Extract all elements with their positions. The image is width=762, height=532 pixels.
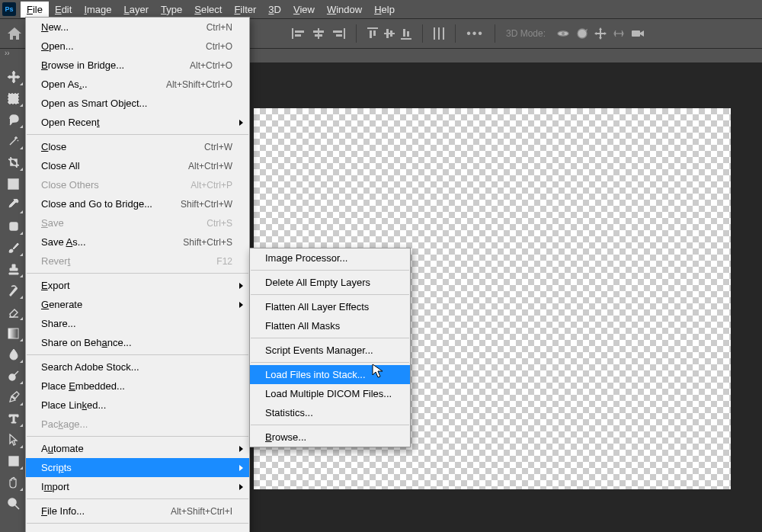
file-close-and-go-to-bridge[interactable]: Close and Go to Bridge...Shift+Ctrl+W xyxy=(26,194,249,213)
path-select-tool[interactable] xyxy=(3,430,24,450)
scripts-delete-all-empty-layers[interactable]: Delete All Empty Layers xyxy=(250,273,410,292)
menu-edit[interactable]: Edit xyxy=(49,2,78,18)
file-share[interactable]: Share... xyxy=(26,314,249,333)
file-open[interactable]: Open...Ctrl+O xyxy=(26,37,249,56)
distribute-icon[interactable] xyxy=(434,27,444,40)
menubar: Ps FileEditImageLayerTypeSelectFilter3DV… xyxy=(0,0,762,18)
scripts-flatten-all-masks[interactable]: Flatten All Masks xyxy=(250,316,410,335)
file-share-on-behance[interactable]: Share on Behance... xyxy=(26,333,249,352)
menu-image[interactable]: Image xyxy=(78,2,117,18)
move-tool[interactable] xyxy=(3,67,24,87)
menu-label: Flatten All Masks xyxy=(265,320,340,332)
separator xyxy=(27,273,248,274)
separator xyxy=(251,270,409,271)
file-export[interactable]: Export xyxy=(26,276,249,295)
align-left-icon[interactable] xyxy=(292,28,306,39)
file-open-recent[interactable]: Open Recent xyxy=(26,113,249,132)
menu-layer[interactable]: Layer xyxy=(118,2,155,18)
submenu-arrow-icon xyxy=(239,484,243,490)
menu-label: Generate xyxy=(41,299,82,310)
shortcut: Alt+Shift+Ctrl+I xyxy=(171,506,232,517)
file-place-linked[interactable]: Place Linked... xyxy=(26,396,249,415)
camera-icon[interactable] xyxy=(631,28,645,39)
dodge-tool[interactable] xyxy=(3,366,24,386)
type-tool[interactable] xyxy=(3,409,24,428)
menu-label: Flatten All Layer Effects xyxy=(265,301,369,312)
scripts-image-processor[interactable]: Image Processor... xyxy=(250,248,410,268)
rotate-icon[interactable] xyxy=(576,27,588,40)
orbit-icon[interactable] xyxy=(556,27,570,40)
menu-window[interactable]: Window xyxy=(321,2,368,18)
scripts-load-files-into-stack[interactable]: Load Files into Stack... xyxy=(250,365,410,384)
eyedropper-tool[interactable] xyxy=(3,195,24,215)
hand-tool[interactable] xyxy=(3,473,24,492)
lasso-tool[interactable] xyxy=(3,110,24,130)
file-package: Package... xyxy=(26,415,249,434)
file-close-all[interactable]: Close AllAlt+Ctrl+W xyxy=(26,156,249,175)
file-automate[interactable]: Automate xyxy=(26,439,249,458)
file-save-as[interactable]: Save As...Shift+Ctrl+S xyxy=(26,232,249,252)
svg-rect-19 xyxy=(438,27,440,40)
file-open-as[interactable]: Open As...Alt+Shift+Ctrl+O xyxy=(26,75,249,94)
menu-filter[interactable]: Filter xyxy=(228,2,262,18)
svg-rect-7 xyxy=(333,30,342,33)
menu-file[interactable]: File xyxy=(21,2,49,18)
zoom-tool[interactable] xyxy=(3,494,24,514)
file-place-embedded[interactable]: Place Embedded... xyxy=(26,377,249,396)
slide-icon[interactable] xyxy=(613,27,625,40)
file-search-adobe-stock[interactable]: Search Adobe Stock... xyxy=(26,357,249,377)
file-open-as-smart-object[interactable]: Open as Smart Object... xyxy=(26,94,249,113)
align-right-icon[interactable] xyxy=(331,28,345,39)
align-center-v-icon[interactable] xyxy=(384,27,395,40)
file-print[interactable]: Print...Ctrl+P xyxy=(26,526,249,532)
align-top-icon[interactable] xyxy=(367,27,378,40)
pan-icon[interactable] xyxy=(594,27,607,40)
menu-type[interactable]: Type xyxy=(155,2,188,18)
scripts-statistics[interactable]: Statistics... xyxy=(250,403,410,422)
scripts-browse[interactable]: Browse... xyxy=(250,428,410,447)
history-brush-tool[interactable] xyxy=(3,280,24,300)
scripts-script-events-manager[interactable]: Script Events Manager... xyxy=(250,341,410,360)
file-close[interactable]: CloseCtrl+W xyxy=(26,137,249,156)
file-new[interactable]: New...Ctrl+N xyxy=(26,18,249,37)
menu-label: Import xyxy=(41,481,69,492)
blur-tool[interactable] xyxy=(3,345,24,364)
magic-wand-tool[interactable] xyxy=(3,131,24,151)
more-icon[interactable]: ••• xyxy=(466,27,484,40)
align-center-h-icon[interactable] xyxy=(312,28,325,39)
stamp-tool[interactable] xyxy=(3,259,24,279)
svg-rect-15 xyxy=(401,38,411,40)
shape-tool[interactable] xyxy=(3,451,24,471)
submenu-arrow-icon xyxy=(239,446,243,452)
file-browse-in-bridge[interactable]: Browse in Bridge...Alt+Ctrl+O xyxy=(26,56,249,75)
file-scripts[interactable]: Scripts xyxy=(26,458,249,477)
menu-view[interactable]: View xyxy=(287,2,321,18)
file-revert: RevertF12 xyxy=(26,252,249,271)
align-group xyxy=(292,28,345,39)
menu-3d[interactable]: 3D xyxy=(262,2,287,18)
scripts-load-multiple-dicom-files[interactable]: Load Multiple DICOM Files... xyxy=(250,384,410,403)
shortcut: F12 xyxy=(216,256,232,267)
distribute-group xyxy=(367,27,411,40)
menu-label: Script Events Manager... xyxy=(265,345,373,356)
file-save: SaveCtrl+S xyxy=(26,213,249,232)
crop-tool[interactable] xyxy=(3,152,24,172)
menu-label: Image Processor... xyxy=(265,252,347,264)
marquee-tool[interactable] xyxy=(3,88,24,108)
brush-tool[interactable] xyxy=(3,238,24,258)
scripts-flatten-all-layer-effects[interactable]: Flatten All Layer Effects xyxy=(250,297,410,316)
pen-tool[interactable] xyxy=(3,387,24,407)
frame-tool[interactable] xyxy=(3,174,24,194)
healing-tool[interactable] xyxy=(3,216,24,236)
file-import[interactable]: Import xyxy=(26,477,249,496)
menu-help[interactable]: Help xyxy=(368,2,401,18)
align-bottom-icon[interactable] xyxy=(401,27,411,40)
gradient-tool[interactable] xyxy=(3,323,24,343)
svg-rect-12 xyxy=(384,33,395,34)
file-file-info[interactable]: File Info...Alt+Shift+Ctrl+I xyxy=(26,502,249,521)
eraser-tool[interactable] xyxy=(3,302,24,322)
menu-select[interactable]: Select xyxy=(188,2,228,18)
shortcut: Shift+Ctrl+W xyxy=(181,199,232,210)
file-generate[interactable]: Generate xyxy=(26,295,249,314)
home-icon[interactable] xyxy=(6,25,23,42)
